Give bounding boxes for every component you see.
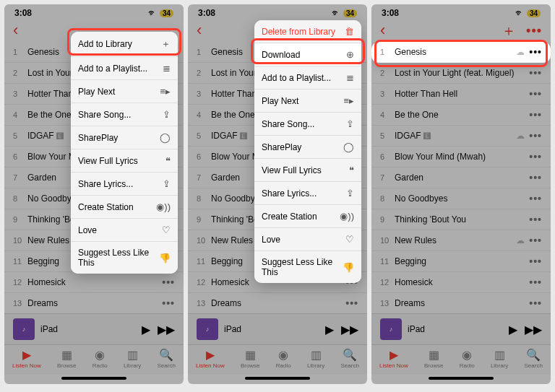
sharelyrics-icon: ⇪ [163,178,171,189]
tab-listen-now[interactable]: ▶Listen Now [12,348,41,369]
track-more-icon[interactable]: ••• [529,214,542,225]
menu-share-lyrics[interactable]: Share Lyrics...⇪ [71,173,178,196]
menu-view-full-lyrics[interactable]: View Full Lyrics❝ [71,149,178,173]
track-row[interactable]: 2Lost in Your Light (feat. Miguel)••• [371,63,551,84]
now-playing-title: iPad [224,324,319,334]
more-icon[interactable]: ••• [526,23,542,38]
tab-radio[interactable]: ◉Radio [276,348,291,369]
track-more-icon[interactable]: ••• [529,276,542,288]
track-name: Hotter Than Hell [395,89,529,99]
menu-shareplay[interactable]: SharePlay◯ [254,136,361,159]
track-more-icon[interactable]: ••• [529,235,542,246]
menu-share-song[interactable]: Share Song...⇪ [71,103,178,126]
play-icon[interactable]: ▶ [509,323,517,336]
track-number: 2 [13,69,27,77]
now-playing-title: iPad [40,324,136,334]
tab-radio[interactable]: ◉Radio [92,348,108,369]
add-icon[interactable]: ＋ [502,21,516,40]
menu-play-next[interactable]: Play Next≡▸ [71,80,178,103]
track-row[interactable]: 1Genesis☁••• [371,42,551,63]
track-row[interactable]: 10New Rules☁••• [371,230,551,251]
track-more-icon[interactable]: ••• [345,297,358,309]
track-more-icon[interactable]: ••• [529,46,542,58]
track-more-icon[interactable]: ••• [529,109,542,121]
tab-icon: ◉ [278,348,288,362]
now-playing-bar[interactable]: ♪ iPad ▶ ▶▶ [4,313,184,344]
tab-radio[interactable]: ◉Radio [460,348,475,369]
now-playing-bar[interactable]: ♪ iPad ▶ ▶▶ [371,313,551,344]
track-row[interactable]: 8No Goodbyes••• [371,188,551,209]
menu-add-to-library[interactable]: Add to Library ＋ [71,32,178,57]
tab-label: Browse [424,362,444,369]
track-name: Begging [395,256,529,266]
track-row[interactable]: 13Dreams••• [4,293,184,313]
menu-download[interactable]: Download ⊕ [254,43,361,66]
menu-add-to-a-playlist[interactable]: Add to a Playlist...≣ [254,66,361,90]
tab-listen-now[interactable]: ▶Listen Now [196,348,225,369]
tab-search[interactable]: 🔍Search [158,348,176,369]
tab-browse[interactable]: ▦Browse [57,348,77,369]
track-row[interactable]: 9Thinking 'Bout You••• [371,209,551,230]
tab-library[interactable]: ▥Library [124,348,141,369]
tab-browse[interactable]: ▦Browse [424,348,444,369]
now-playing-bar[interactable]: ♪ iPad ▶ ▶▶ [188,313,367,344]
track-more-icon[interactable]: ••• [529,151,542,162]
tab-search[interactable]: 🔍Search [341,348,359,369]
back-chevron-icon[interactable]: ‹ [197,21,202,40]
track-row[interactable]: 12Homesick••• [371,272,551,293]
status-time: 3:08 [14,8,32,18]
tab-search[interactable]: 🔍Search [525,348,543,369]
track-row[interactable]: 3Hotter Than Hell••• [371,84,551,105]
track-row[interactable]: 7Garden••• [371,167,551,188]
track-more-icon[interactable]: ••• [529,130,542,141]
tab-listen-now[interactable]: ▶Listen Now [379,348,408,369]
menu-suggest-less-like-this[interactable]: Suggest Less Like This👎 [71,242,178,274]
track-number: 4 [380,110,395,119]
play-icon[interactable]: ▶ [325,323,334,336]
track-number: 3 [380,90,395,98]
track-name: Blow Your Mind (Mwah) [395,152,529,162]
track-more-icon[interactable]: ••• [529,172,542,183]
track-row[interactable]: 4Be the One••• [371,105,551,126]
menu-create-station[interactable]: Create Station◉)) [254,205,361,228]
forward-icon[interactable]: ▶▶ [341,323,358,336]
track-row[interactable]: 6Blow Your Mind (Mwah)••• [371,147,551,167]
back-chevron-icon[interactable]: ‹ [13,21,18,40]
wifi-icon: ᯤ [148,8,157,18]
menu-love[interactable]: Love♡ [254,228,361,251]
menu-add-to-a-playlist[interactable]: Add to a Playlist...≣ [71,57,178,80]
tab-browse[interactable]: ▦Browse [241,348,260,369]
track-more-icon[interactable]: ••• [162,276,175,288]
menu-share-song[interactable]: Share Song...⇪ [254,113,361,136]
track-row[interactable]: 5IDGAF🅴☁••• [371,126,551,147]
track-more-icon[interactable]: ••• [529,256,542,267]
menu-shareplay[interactable]: SharePlay◯ [71,126,178,149]
play-icon[interactable]: ▶ [142,323,150,336]
forward-icon[interactable]: ▶▶ [525,323,542,336]
cloud-status-icon: ☁ [516,131,525,141]
cloud-status-icon: ☁ [516,235,525,245]
tab-library[interactable]: ▥Library [307,348,324,369]
track-more-icon[interactable]: ••• [529,67,542,79]
menu-love[interactable]: Love♡ [71,219,178,242]
track-more-icon[interactable]: ••• [162,297,175,309]
tab-icon: ▦ [61,348,72,362]
menu-create-station[interactable]: Create Station◉)) [71,196,178,219]
tab-library[interactable]: ▥Library [491,348,508,369]
track-row[interactable]: 12Homesick••• [4,272,184,293]
track-row[interactable]: 11Begging••• [371,251,551,272]
menu-play-next[interactable]: Play Next≡▸ [254,90,361,113]
menu-view-full-lyrics[interactable]: View Full Lyrics❝ [254,159,361,182]
forward-icon[interactable]: ▶▶ [158,323,175,336]
track-row[interactable]: 13Dreams••• [371,293,551,313]
track-more-icon[interactable]: ••• [529,297,542,309]
track-more-icon[interactable]: ••• [529,88,542,100]
menu-suggest-less-like-this[interactable]: Suggest Less Like This👎 [254,251,361,283]
menu-delete-from-library[interactable]: Delete from Library 🗑 [254,20,361,43]
back-chevron-icon[interactable]: ‹ [380,21,385,40]
menu-share-lyrics[interactable]: Share Lyrics...⇪ [254,182,361,205]
track-row[interactable]: 13Dreams••• [188,293,367,313]
status-bar: 3:08 ᯤ 34 [188,4,367,19]
track-more-icon[interactable]: ••• [529,193,542,204]
track-number: 8 [197,194,211,203]
